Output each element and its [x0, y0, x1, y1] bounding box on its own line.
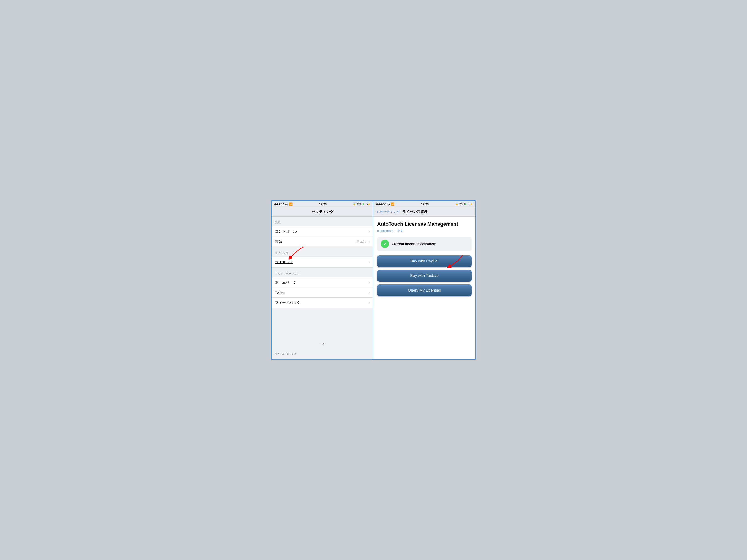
left-status-right: 🔒 33% ⚡ [353, 203, 370, 205]
right-battery-fill [465, 203, 466, 205]
chevron-icon-homepage: › [369, 280, 370, 284]
signal-dots [275, 203, 284, 205]
battery-fill [363, 203, 364, 205]
r-dot-1 [376, 203, 378, 205]
left-panel: au 📶 12:20 🔒 33% ⚡ セッティング 設定 [272, 201, 374, 359]
left-nav-bar: セッティング [272, 207, 373, 217]
chevron-icon-license: › [369, 260, 370, 264]
query-licenses-button[interactable]: Query My Licenses [377, 284, 472, 296]
language-label: 言語 [275, 239, 282, 244]
section-header-settings: 設定 [272, 217, 373, 226]
license-group: ライセンス › [272, 257, 373, 268]
panel-transition-arrow: → [272, 338, 373, 349]
back-button[interactable]: セッティング [380, 210, 400, 214]
r-dot-3 [380, 203, 382, 205]
right-status-right: 🔒 33% ⚡ [455, 203, 472, 205]
homepage-label: ホームページ [275, 280, 297, 285]
right-status-bar: au 📶 12:20 🔒 33% ⚡ [374, 201, 475, 207]
r-dot-2 [378, 203, 380, 205]
right-red-arrow-annotation [440, 253, 467, 271]
right-carrier-label: au [387, 203, 390, 205]
carrier-label: au [285, 203, 288, 205]
battery-icon-container: ⚡ [362, 203, 370, 205]
twitter-label: Twitter [275, 290, 286, 295]
dot-5 [283, 203, 284, 205]
control-label: コントロール [275, 229, 297, 234]
left-nav-title: セッティング [312, 209, 333, 214]
menu-item-twitter[interactable]: Twitter › [272, 288, 373, 298]
buy-taobao-button[interactable]: Buy with Taobao [377, 270, 472, 282]
right-battery-container: ⚡ [464, 203, 472, 205]
language-right: 日本語 › [356, 240, 370, 244]
menu-item-homepage[interactable]: ホームページ › [272, 277, 373, 288]
comm-group: ホームページ › Twitter › フィードバック › [272, 277, 373, 308]
battery-percent: 33% [357, 203, 361, 205]
check-circle-icon: ✓ [381, 240, 389, 248]
menu-item-feedback[interactable]: フィードバック › [272, 298, 373, 308]
chevron-icon-twitter: › [369, 290, 370, 295]
dot-2 [277, 203, 278, 205]
activated-banner: ✓ Current device is activated! [377, 237, 472, 251]
right-panel: au 📶 12:20 🔒 33% ⚡ ‹ セッティング ライセンス管理 [374, 201, 475, 359]
left-time: 12:20 [293, 202, 353, 206]
subtitle-intro[interactable]: Introduction [377, 229, 393, 232]
lightning-icon: ⚡ [367, 203, 370, 205]
section-header-comm: コミュニケーション [272, 268, 373, 277]
battery-icon [362, 203, 367, 205]
right-lock-icon: 🔒 [455, 203, 458, 205]
right-signal-dots [376, 203, 386, 205]
red-arrow-annotation [285, 246, 308, 262]
feedback-label: フィードバック [275, 300, 301, 305]
left-bottom-area: → 私たちに関しては [272, 308, 373, 359]
right-wifi-icon: 📶 [391, 202, 394, 206]
subtitle-lang[interactable]: 中文 [397, 229, 403, 233]
right-nav-title: ライセンス管理 [402, 209, 428, 214]
menu-item-license[interactable]: ライセンス › [272, 257, 373, 268]
right-lightning-icon: ⚡ [470, 203, 472, 205]
language-value: 日本語 [356, 240, 366, 244]
chevron-icon-feedback: › [369, 301, 370, 305]
right-battery-icon [464, 203, 469, 205]
right-nav-bar: ‹ セッティング ライセンス管理 [374, 207, 475, 217]
page-title: AutoTouch Licenses Management [377, 221, 472, 227]
lock-icon: 🔒 [353, 203, 356, 205]
subtitle-divider: | [394, 229, 395, 232]
wifi-icon: 📶 [289, 202, 293, 206]
right-battery-percent: 33% [459, 203, 463, 205]
menu-item-control[interactable]: コントロール › [272, 226, 373, 237]
buttons-area: Buy with PayPal Buy with Taobao Query My… [377, 255, 472, 296]
r-dot-4 [382, 203, 384, 205]
left-status-bar: au 📶 12:20 🔒 33% ⚡ [272, 201, 373, 207]
activated-text: Current device is activated! [392, 242, 436, 246]
page-subtitle: Introduction | 中文 [377, 229, 472, 233]
right-content-area: AutoTouch Licenses Management Introducti… [374, 217, 475, 359]
settings-group: コントロール › 言語 日本語 › [272, 226, 373, 247]
footer-section: 私たちに関しては [272, 349, 373, 359]
footer-text: 私たちに関しては [275, 352, 370, 356]
right-time: 12:20 [394, 202, 455, 206]
dot-4 [281, 203, 282, 205]
back-chevron-icon[interactable]: ‹ [377, 209, 378, 214]
left-status-left: au 📶 [275, 202, 293, 206]
r-dot-5 [384, 203, 386, 205]
chevron-icon-control: › [369, 229, 370, 233]
right-status-left: au 📶 [376, 202, 394, 206]
chevron-icon-lang: › [369, 240, 370, 244]
dot-1 [275, 203, 276, 205]
dot-3 [279, 203, 280, 205]
